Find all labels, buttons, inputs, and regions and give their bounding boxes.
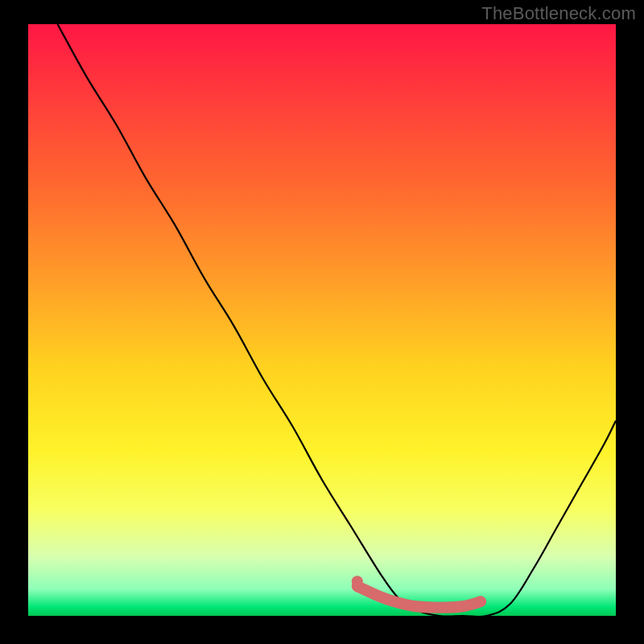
plot-area <box>28 24 616 616</box>
chart-frame: TheBottleneck.com <box>0 0 644 644</box>
watermark-label: TheBottleneck.com <box>481 3 636 24</box>
gradient-background <box>28 24 616 616</box>
chart-svg <box>28 24 616 616</box>
optimal-start-dot <box>352 576 363 587</box>
